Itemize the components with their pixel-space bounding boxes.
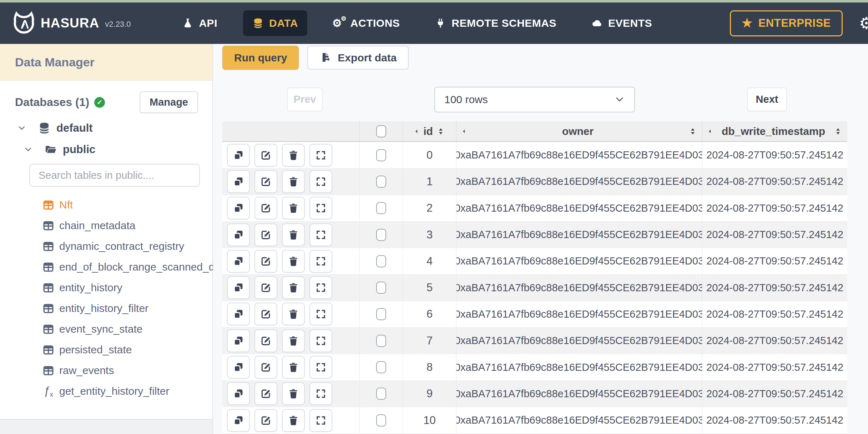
header-cell-id[interactable]: id — [403, 121, 456, 141]
row-checkbox[interactable] — [376, 335, 386, 347]
sidebar-function-item[interactable]: get_entity_history_filter — [0, 381, 212, 402]
expand-row-button[interactable] — [309, 409, 332, 432]
clone-row-button[interactable] — [227, 170, 250, 193]
collapse-column-icon[interactable] — [707, 128, 713, 135]
edit-row-button[interactable] — [254, 382, 277, 405]
sidebar-table-item[interactable]: persisted_state — [0, 339, 212, 360]
row-checkbox[interactable] — [376, 202, 386, 214]
expand-row-button[interactable] — [309, 303, 332, 326]
clone-row-button[interactable] — [227, 197, 250, 219]
expand-row-button[interactable] — [309, 356, 332, 379]
collapse-column-icon[interactable] — [414, 128, 420, 135]
row-checkbox[interactable] — [376, 149, 386, 161]
nav-item-data[interactable]: DATA — [243, 10, 307, 36]
header-cell-owner[interactable]: owner — [456, 121, 702, 141]
expand-row-button[interactable] — [309, 170, 332, 193]
sidebar-table-item[interactable]: end_of_block_range_scanned_data — [0, 257, 212, 277]
delete-row-button[interactable] — [282, 356, 305, 379]
delete-row-button[interactable] — [282, 223, 305, 246]
enterprise-button[interactable]: ENTERPRISE — [730, 10, 843, 36]
expand-row-button[interactable] — [309, 223, 332, 246]
row-checkbox[interactable] — [376, 361, 386, 373]
expand-row-button[interactable] — [309, 276, 332, 299]
run-query-button[interactable]: Run query — [222, 46, 299, 70]
tree-node-database[interactable]: default — [0, 116, 212, 140]
clone-row-button[interactable] — [227, 144, 250, 167]
clone-row-button[interactable] — [227, 276, 250, 299]
delete-row-button[interactable] — [282, 329, 305, 352]
table-row: 8 0xaBA7161A7fb69c88e16ED9f455CE62B791EE… — [222, 354, 847, 380]
table-header-row: id owner db_write_timestamp — [222, 121, 847, 142]
prev-page-button[interactable]: Prev — [287, 87, 323, 111]
nav-item-api[interactable]: API — [173, 10, 227, 36]
sort-icon[interactable] — [834, 127, 842, 136]
sort-icon[interactable] — [688, 127, 697, 136]
row-checkbox[interactable] — [376, 414, 386, 427]
sidebar-table-item[interactable]: chain_metadata — [0, 215, 212, 236]
delete-row-button[interactable] — [282, 409, 305, 432]
header-cell-db-write-timestamp[interactable]: db_write_timestamp — [702, 121, 847, 141]
clone-row-button[interactable] — [227, 329, 250, 352]
search-tables-input[interactable] — [29, 164, 200, 187]
edit-row-button[interactable] — [254, 303, 277, 326]
edit-row-button[interactable] — [254, 329, 277, 352]
clone-row-button[interactable] — [227, 250, 250, 273]
next-page-button[interactable]: Next — [747, 87, 787, 111]
clone-row-button[interactable] — [227, 303, 250, 326]
sidebar-table-item[interactable]: event_sync_state — [0, 319, 212, 339]
expand-row-button[interactable] — [309, 250, 332, 273]
rows-per-page-select[interactable]: 100 rows — [434, 87, 635, 112]
nav-item-remote-schemas[interactable]: REMOTE SCHEMAS — [425, 10, 566, 36]
edit-row-button[interactable] — [254, 276, 277, 299]
clone-row-button[interactable] — [227, 382, 250, 405]
edit-row-button[interactable] — [254, 144, 277, 167]
tree-node-schema[interactable]: public — [0, 140, 212, 159]
hasura-logo-icon[interactable] — [12, 11, 36, 35]
expand-row-button[interactable] — [309, 197, 332, 219]
select-all-checkbox[interactable] — [376, 125, 386, 137]
delete-row-button[interactable] — [282, 303, 305, 326]
cell-owner: 0xaBA7161A7fb69c88e16ED9f455CE62B791EE4D… — [456, 407, 702, 434]
clone-row-button[interactable] — [227, 356, 250, 379]
edit-row-button[interactable] — [254, 250, 277, 273]
delete-row-button[interactable] — [282, 144, 305, 167]
row-checkbox[interactable] — [376, 176, 386, 188]
manage-button[interactable]: Manage — [140, 91, 198, 113]
delete-row-button[interactable] — [282, 197, 305, 219]
edit-row-button[interactable] — [254, 223, 277, 246]
edit-row-button[interactable] — [254, 170, 277, 193]
expand-row-button[interactable] — [309, 329, 332, 352]
settings-gear-icon[interactable] — [859, 14, 868, 33]
row-checkbox[interactable] — [376, 388, 386, 400]
nav-item-events[interactable]: EVENTS — [582, 10, 661, 36]
sidebar-table-item[interactable]: entity_history — [0, 277, 212, 298]
chevron-down-icon[interactable] — [17, 123, 26, 133]
row-checkbox[interactable] — [376, 282, 386, 294]
row-actions-cell — [222, 195, 359, 222]
expand-row-button[interactable] — [309, 382, 332, 405]
clone-row-button[interactable] — [227, 223, 250, 246]
sort-icon[interactable] — [436, 127, 445, 136]
clone-row-button[interactable] — [227, 409, 250, 432]
collapse-column-icon[interactable] — [461, 128, 467, 135]
chevron-down-icon[interactable] — [24, 145, 33, 154]
nav-item-label: API — [199, 17, 217, 29]
export-data-button[interactable]: Export data — [307, 46, 409, 70]
delete-row-button[interactable] — [282, 382, 305, 405]
sidebar-table-item[interactable]: dynamic_contract_registry — [0, 236, 212, 257]
expand-row-button[interactable] — [309, 144, 332, 167]
row-checkbox[interactable] — [376, 229, 386, 241]
sidebar-table-item[interactable]: Nft — [0, 195, 212, 215]
edit-row-button[interactable] — [254, 356, 277, 379]
row-checkbox[interactable] — [376, 308, 386, 320]
sidebar-table-item[interactable]: raw_events — [0, 360, 212, 381]
delete-row-button[interactable] — [282, 276, 305, 299]
sidebar-table-item[interactable]: entity_history_filter — [0, 298, 212, 319]
nav-item-actions[interactable]: ACTIONS — [324, 10, 409, 36]
edit-row-button[interactable] — [254, 197, 277, 219]
delete-row-button[interactable] — [282, 250, 305, 273]
edit-row-button[interactable] — [254, 409, 277, 432]
delete-row-button[interactable] — [282, 170, 305, 193]
row-checkbox[interactable] — [376, 255, 386, 267]
cell-id: 4 — [403, 248, 456, 274]
